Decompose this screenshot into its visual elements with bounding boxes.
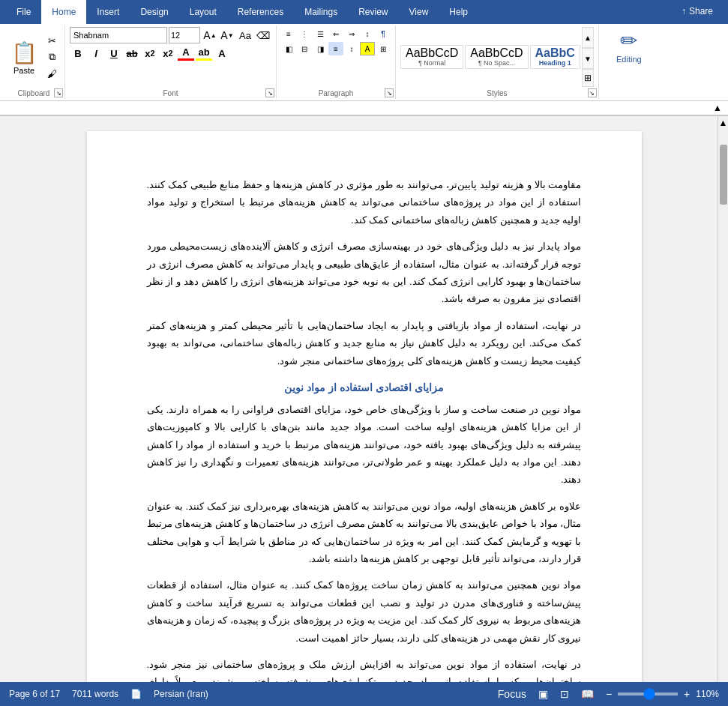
numbered-list-button[interactable]: ⋮ — [297, 27, 312, 40]
editing-icon: ✏ — [620, 28, 637, 53]
zoom-level: 110% — [696, 689, 719, 699]
status-bar: Page 6 of 17 7011 words 📄 Persian (Iran)… — [0, 682, 728, 706]
share-button[interactable]: ↑ Share — [673, 3, 722, 19]
change-case-button[interactable]: Aa — [237, 28, 253, 43]
bold-button[interactable]: B — [70, 46, 86, 61]
tab-home[interactable]: Home — [41, 0, 86, 24]
styles-expand[interactable]: ⊞ — [582, 69, 594, 87]
format-painter-button[interactable]: 🖌 — [43, 66, 60, 81]
paragraph-expand[interactable]: ↘ — [385, 88, 394, 97]
zoom-slider[interactable] — [618, 693, 678, 696]
ribbon-collapse-bar: ▲ — [0, 101, 728, 116]
cut-button[interactable]: ✂ — [43, 33, 60, 48]
page-info: Page 6 of 17 — [9, 689, 60, 699]
document-icon: 📄 — [130, 689, 142, 699]
subscript-button[interactable]: x2 — [142, 46, 158, 61]
paragraph-1: مقاومت بالا و هزینه تولید پایین‌تر، می‌ت… — [147, 176, 582, 229]
underline-button[interactable]: U — [106, 46, 122, 61]
paragraph-2: مواد پایدار نیز به دلیل ویژگی‌های خود در… — [147, 238, 582, 308]
paste-button[interactable]: 📋 Paste — [7, 37, 40, 76]
font-label: Font — [163, 89, 178, 97]
section-heading: مزایای اقتصادی استفاده از مواد نوین — [147, 381, 582, 393]
vertical-scrollbar[interactable]: ▲ — [718, 116, 728, 692]
styles-scroll-down[interactable]: ▼ — [582, 48, 594, 69]
font-shrink-button[interactable]: A▼ — [219, 28, 235, 43]
share-icon: ↑ — [682, 6, 686, 16]
read-mode-button[interactable]: 📖 — [578, 687, 597, 702]
styles-group: AaBbCcD ¶ Normal AaBbCcD ¶ No Spac... Aa… — [396, 25, 599, 99]
superscript-button[interactable]: x2 — [160, 46, 176, 61]
paste-label: Paste — [13, 66, 34, 75]
clear-format-button[interactable]: ⌫ — [255, 28, 271, 43]
bullets-button[interactable]: ≡ — [281, 27, 296, 40]
tab-references[interactable]: References — [227, 0, 294, 24]
tab-insert[interactable]: Insert — [86, 0, 130, 24]
shading-button[interactable]: A — [360, 42, 375, 55]
clipboard-group: 📋 Paste ✂ ⧉ 🖌 Clipboard ↘ — [3, 25, 65, 99]
tab-file[interactable]: File — [6, 0, 41, 24]
style-normal[interactable]: AaBbCcD ¶ Normal — [400, 45, 463, 69]
style-heading1[interactable]: AaBbC Heading 1 — [530, 45, 580, 69]
font-color-button[interactable]: A — [178, 46, 194, 61]
clipboard-label: Clipboard — [18, 89, 50, 97]
multilevel-list-button[interactable]: ☰ — [313, 27, 328, 40]
scroll-thumb[interactable] — [720, 145, 727, 205]
tab-view[interactable]: View — [399, 0, 439, 24]
tab-review[interactable]: Review — [348, 0, 398, 24]
paragraph-label: Paragraph — [319, 89, 354, 97]
focus-button[interactable]: Focus — [495, 687, 529, 702]
justify-button[interactable]: ≡ — [328, 42, 343, 55]
font-expand[interactable]: ↘ — [265, 88, 274, 97]
print-layout-button[interactable]: ▣ — [535, 687, 551, 702]
line-spacing-button[interactable]: ↕ — [344, 42, 359, 55]
editing-group: ✏ Editing — [599, 25, 659, 99]
paragraph-3: در نهایت، استفاده از مواد بازیافتی و پای… — [147, 317, 582, 369]
tab-layout[interactable]: Layout — [179, 0, 227, 24]
font-name-input[interactable] — [70, 27, 167, 43]
zoom-out-button[interactable]: − — [603, 687, 615, 702]
editing-label: Editing — [616, 55, 642, 64]
zoom-in-button[interactable]: + — [681, 687, 693, 702]
paste-icon: 📋 — [10, 39, 37, 66]
align-right-button[interactable]: ◨ — [313, 42, 328, 55]
text-effects-button[interactable]: A — [214, 46, 230, 61]
show-hide-button[interactable]: ¶ — [376, 27, 391, 40]
language: Persian (Iran) — [154, 689, 208, 699]
collapse-ribbon-button[interactable]: ▲ — [713, 103, 722, 113]
tab-help[interactable]: Help — [439, 0, 478, 24]
styles-scroll-up[interactable]: ▲ — [582, 27, 594, 48]
decrease-indent-button[interactable]: ⇐ — [328, 27, 343, 40]
borders-button[interactable]: ⊞ — [376, 42, 391, 55]
tab-design[interactable]: Design — [130, 0, 178, 24]
styles-expand-btn[interactable]: ↘ — [588, 88, 597, 97]
web-layout-button[interactable]: ⊡ — [557, 687, 572, 702]
copy-button[interactable]: ⧉ — [43, 49, 60, 64]
align-center-button[interactable]: ⊟ — [297, 42, 312, 55]
font-size-input[interactable] — [169, 27, 200, 43]
paragraph-6: مواد نوین همچنین می‌توانند به کاهش زمان … — [147, 576, 582, 647]
scroll-up-button[interactable]: ▲ — [718, 116, 728, 130]
italic-button[interactable]: I — [88, 46, 104, 61]
document-area: ▲ مقاومت بالا و هزینه تولید پایین‌تر، می… — [0, 116, 728, 692]
clipboard-expand[interactable]: ↘ — [54, 88, 63, 97]
align-left-button[interactable]: ◧ — [281, 42, 296, 55]
tab-mailings[interactable]: Mailings — [294, 0, 348, 24]
font-grow-button[interactable]: A▲ — [202, 28, 218, 43]
word-count: 7011 words — [72, 689, 118, 699]
paragraph-5: علاوه بر کاهش هزینه‌های اولیه، مواد نوین… — [147, 498, 582, 568]
strikethrough-button[interactable]: ab — [124, 46, 140, 61]
styles-label: Styles — [487, 89, 507, 97]
sort-button[interactable]: ↕ — [360, 27, 375, 40]
document-page: مقاومت بالا و هزینه تولید پایین‌تر، می‌ت… — [87, 131, 642, 692]
paragraph-4: مواد نوین در صنعت ساخت و ساز با ویژگی‌ها… — [147, 401, 582, 489]
font-group: A▲ A▼ Aa ⌫ B I U ab x2 x2 A ab A — [65, 25, 277, 99]
highlight-button[interactable]: ab — [196, 46, 212, 61]
increase-indent-button[interactable]: ⇒ — [344, 27, 359, 40]
paragraph-group: ≡ ⋮ ☰ ⇐ ⇒ ↕ ¶ ◧ ⊟ ◨ ≡ ↕ A ⊞ Pa — [277, 25, 396, 99]
style-no-spacing[interactable]: AaBbCcD ¶ No Spac... — [465, 45, 528, 69]
